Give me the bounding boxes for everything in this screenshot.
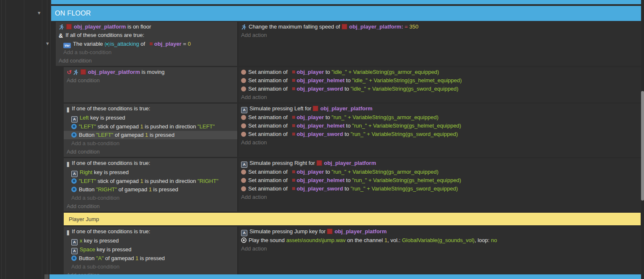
conditions-column: ↺obj_player_platform is movingAdd condit…: [64, 67, 238, 102]
keyboard-icon: A: [241, 107, 247, 113]
text-segment: "run_" + VariableString(gs_sword_equippe…: [351, 131, 458, 137]
action-row[interactable]: Set animation of obj_player_helmet to "i…: [238, 76, 641, 85]
action-row[interactable]: Set animation of obj_player_sword to "ru…: [238, 130, 641, 138]
text-segment: obj_player_sword: [297, 131, 343, 137]
text-segment: "RIGHT": [96, 186, 117, 193]
add-action-button[interactable]: Add action: [238, 138, 641, 147]
text-segment: obj_player: [297, 69, 324, 75]
clipped-group-bar-top[interactable]: [51, 0, 644, 4]
keyboard-icon: A: [71, 248, 78, 254]
event: ||If one of these conditions is true:ALe…: [64, 104, 641, 157]
text-segment: Set animation of: [248, 169, 289, 175]
text-segment: of gamepad: [117, 186, 149, 193]
actions-column: ASimulate pressing Right for obj_player_…: [238, 158, 641, 211]
or-operator-icon: ||: [67, 105, 69, 114]
condition-row[interactable]: obj_player_platform is on floor: [56, 23, 237, 31]
text-segment: obj_player_platform: [88, 69, 140, 75]
text-segment: obj_player: [297, 169, 324, 175]
action-row[interactable]: ASimulate pressing Right for obj_player_…: [238, 159, 641, 168]
text-segment: Simulate pressing Jump key for: [249, 228, 327, 235]
action-row[interactable]: Set animation of obj_player_sword to "id…: [238, 85, 641, 93]
condition-row[interactable]: "LEFT" stick of gamepad 1 is pushed in d…: [64, 123, 237, 131]
text-segment: Simulate pressing Right for: [249, 160, 317, 166]
indent-guide: [1, 0, 2, 279]
condition-row[interactable]: VarThe variable {▾}is_attacking of obj_p…: [56, 40, 237, 48]
animation-icon: [241, 186, 246, 191]
action-row[interactable]: Set animation of obj_player to "run_" + …: [238, 168, 641, 176]
gamepad-icon: [71, 132, 77, 138]
text-segment: obj_player_helmet: [297, 177, 345, 183]
object-thumbnail-small: [150, 42, 153, 45]
object-thumbnail: [80, 69, 86, 75]
group-header[interactable]: ON FLOOR: [51, 6, 642, 21]
object-thumbnail-small: [292, 116, 295, 119]
add-sub-condition-button[interactable]: Add a sub-condition: [64, 139, 237, 148]
animation-icon: [241, 78, 246, 83]
condition-row[interactable]: ALeft key is pressed: [64, 114, 237, 123]
text-segment: "idle_" + VariableString(gs_helmet_equip…: [352, 77, 462, 83]
action-row[interactable]: Set animation of obj_player to "run_" + …: [238, 113, 641, 122]
condition-row[interactable]: &If all of these conditions are true:: [56, 31, 237, 40]
object-thumbnail: [342, 24, 347, 29]
action-row[interactable]: Change the maximum falling speed of obj_…: [238, 23, 641, 31]
text-segment: no: [491, 237, 497, 243]
text-segment: key is pressed: [95, 246, 132, 253]
gamepad-icon: [71, 187, 77, 192]
condition-row[interactable]: ARight key is pressed: [64, 168, 237, 177]
add-condition-button[interactable]: Add condition: [64, 202, 237, 211]
text-segment: Add action: [241, 139, 267, 146]
add-sub-condition-button[interactable]: Add a sub-condition: [64, 263, 237, 271]
condition-row[interactable]: ||If one of these conditions is true:: [64, 104, 237, 114]
condition-row[interactable]: ||If one of these conditions is true:: [64, 227, 237, 237]
add-condition-button[interactable]: Add condition: [64, 148, 237, 156]
text-segment: "run_" + VariableString(gs_helmet_equipp…: [352, 177, 461, 183]
action-row[interactable]: Set animation of obj_player_sword to "ru…: [238, 185, 641, 193]
gamepad-icon: [71, 178, 77, 184]
expander-caret-icon[interactable]: ▾: [46, 41, 49, 46]
condition-row[interactable]: ||If one of these conditions is true:: [64, 159, 237, 168]
condition-row[interactable]: Button "LEFT" of gamepad 1 is pressed: [64, 131, 237, 139]
text-segment: Set animation of: [248, 69, 289, 75]
action-row[interactable]: Set animation of obj_player to "idle_" +…: [238, 68, 641, 76]
or-operator-icon: ||: [67, 228, 69, 237]
add-action-button[interactable]: Add action: [238, 31, 641, 39]
action-row[interactable]: Set animation of obj_player_helmet to "r…: [238, 176, 641, 185]
text-segment: assets\sounds\jump.wav: [286, 237, 346, 243]
text-segment: to: [324, 69, 332, 75]
add-action-button[interactable]: Add action: [238, 193, 641, 201]
condition-row[interactable]: Button "RIGHT" of gamepad 1 is pressed: [64, 185, 237, 194]
condition-row[interactable]: ASpace key is pressed: [64, 245, 237, 254]
text-segment: to: [324, 114, 332, 120]
action-row[interactable]: Play the sound assets\sounds\jump.wav on…: [238, 236, 641, 245]
add-action-button[interactable]: Add action: [238, 245, 641, 253]
text-segment: obj_player: [297, 114, 324, 120]
text-segment: obj_player_platform: [320, 105, 372, 112]
text-segment: Simulate pressing Left for: [249, 105, 313, 112]
object-thumbnail-small: [292, 70, 295, 73]
condition-row[interactable]: Ax key is pressed: [64, 237, 237, 245]
text-segment: "idle_" + VariableString(gs_armor_equipp…: [332, 69, 439, 75]
text-segment: obj_player: [154, 41, 182, 47]
conditions-column: ||If one of these conditions is true:ALe…: [64, 104, 238, 157]
text-segment: obj_player_sword: [297, 185, 343, 192]
clipped-group-bar-bottom[interactable]: [49, 274, 644, 279]
condition-row[interactable]: ↺obj_player_platform is moving: [64, 68, 237, 76]
condition-row[interactable]: "LEFT" stick of gamepad 1 is pushed in d…: [64, 177, 237, 185]
text-segment: Set animation of: [248, 131, 289, 137]
comment-row[interactable]: Player Jump: [64, 213, 641, 225]
add-condition-button[interactable]: Add condition: [64, 76, 237, 85]
add-action-button[interactable]: Add action: [238, 93, 641, 102]
expander-caret-icon[interactable]: ▾: [38, 10, 41, 16]
object-thumbnail: [317, 160, 322, 166]
text-segment: is pressed: [148, 132, 174, 138]
action-row[interactable]: Set animation of obj_player_helmet to "r…: [238, 122, 641, 130]
scrollbar-thumb[interactable]: [641, 91, 644, 201]
add-sub-condition-button[interactable]: Add a sub-condition: [64, 194, 237, 202]
action-row[interactable]: ASimulate pressing Left for obj_player_p…: [238, 104, 641, 113]
text-segment: is moving: [140, 69, 165, 75]
action-row[interactable]: ASimulate pressing Jump key for obj_play…: [238, 227, 641, 236]
add-condition-button[interactable]: Add condition: [56, 57, 237, 65]
add-sub-condition-button[interactable]: Add a sub-condition: [56, 48, 237, 57]
condition-row[interactable]: Button "A" of gamepad 1 is pressed: [64, 254, 237, 263]
text-segment: Add a sub-condition: [71, 140, 119, 146]
